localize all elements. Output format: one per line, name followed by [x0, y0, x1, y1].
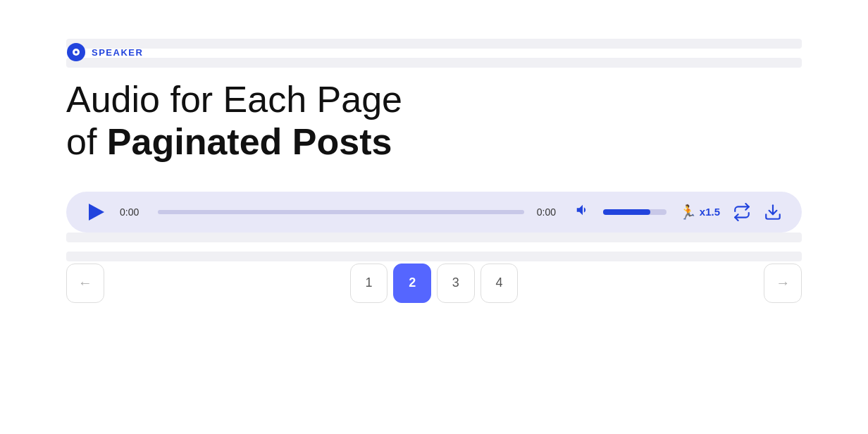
content-area: SPEAKER Audio for Each Page of Paginated… — [0, 0, 868, 434]
download-button[interactable] — [764, 203, 782, 221]
bg-stripe-4 — [66, 252, 802, 261]
page-button-2[interactable]: 2 — [393, 264, 431, 303]
speed-label: x1.5 — [700, 206, 720, 218]
volume-fill — [603, 209, 651, 215]
next-page-button[interactable]: → — [764, 264, 802, 303]
play-icon — [89, 204, 104, 221]
prev-arrow-icon: ← — [78, 275, 92, 291]
prev-page-button[interactable]: ← — [66, 264, 104, 303]
next-arrow-icon: → — [776, 275, 790, 291]
time-current: 0:00 — [120, 206, 145, 218]
page-button-3[interactable]: 3 — [437, 264, 475, 303]
volume-icon — [575, 202, 590, 218]
play-button[interactable] — [86, 202, 107, 223]
pagination: ← 1 2 3 4 → — [66, 264, 802, 317]
page-wrapper: SPEAKER Audio for Each Page of Paginated… — [0, 0, 868, 434]
post-title: Audio for Each Page of Paginated Posts — [66, 79, 802, 163]
download-icon — [764, 203, 782, 221]
progress-bar[interactable] — [158, 210, 524, 214]
speed-button[interactable]: 🏃 x1.5 — [679, 204, 720, 221]
loop-icon — [733, 203, 751, 221]
svg-point-2 — [75, 51, 78, 54]
loop-button[interactable] — [733, 203, 751, 221]
speaker-brand: SPEAKER — [66, 42, 802, 62]
audio-player: 0:00 0:00 🏃 x1.5 — [66, 192, 802, 232]
page-button-1[interactable]: 1 — [350, 264, 388, 303]
bg-stripe-3 — [66, 232, 802, 242]
speaker-logo-icon — [66, 42, 86, 62]
page-button-4[interactable]: 4 — [480, 264, 519, 303]
runner-icon: 🏃 — [679, 204, 697, 221]
time-total: 0:00 — [537, 206, 562, 218]
volume-bar[interactable] — [603, 209, 666, 215]
volume-button[interactable] — [575, 202, 590, 221]
speaker-label: SPEAKER — [92, 47, 143, 58]
